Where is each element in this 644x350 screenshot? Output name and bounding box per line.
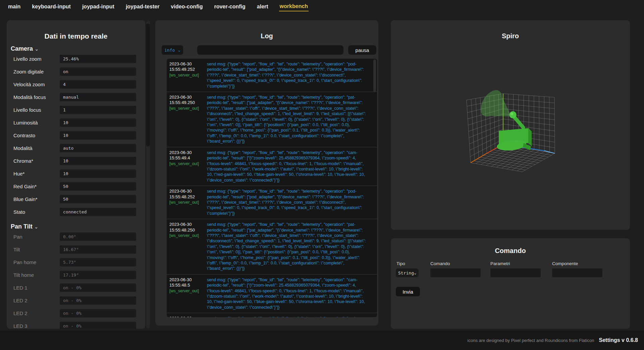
realtime-row-label: Blue Gain* [13,196,60,202]
log-time: 15:55:48.252 [169,194,203,200]
log-entry: 2023-06-30 15:55:49.250 [ws_server_out] … [167,92,377,147]
realtime-row-label: Livello focus [13,107,60,113]
realtime-row-label: LED 2 [13,310,60,316]
arm [514,116,523,128]
nav-item[interactable]: workbench [279,2,309,11]
realtime-row: Blue Gain* 50 [7,193,145,205]
realtime-row: Modalità focus manual [7,91,145,103]
realtime-row-label: Luminosità [13,120,60,126]
parametri-label: Parametri [490,261,510,266]
log-level-select[interactable]: info ⌄ [162,45,183,55]
realtime-row: Luminosità 10 [7,116,145,129]
log-message: send msg: {"type": "report", "flow_id": … [207,189,370,216]
log-timestamp: 2023-06-30 15:55:49.250 [ws_server_out] [169,95,203,144]
pantilt-section-header[interactable]: Pan Tilt⌄ [11,223,145,230]
realtime-data-panel: Dati in tempo reale Camera⌄ Livello zoom… [7,20,145,329]
log-timestamp: 2023-06-30 [169,316,203,317]
log-timestamp: 2023-06-30 15:55:49.252 [ws_server_out] [169,61,203,89]
realtime-row-value: on [60,67,136,76]
log-message: send msg: {"type": "report", "flow_id": … [207,95,370,144]
realtime-row-label: Red Gain* [13,184,60,189]
log-time: 15:55:48.5 [169,283,203,288]
chevron-down-icon: ⌄ [414,271,416,275]
scrollbar-thumb[interactable] [146,23,150,146]
log-panel: Log info ⌄ pausa 2023-06-30 15:55:49.252… [155,20,378,326]
log-entry: 2023-06-30 15:55:48.5 [ws_server_out] se… [167,274,377,313]
realtime-row-value: auto [60,144,136,152]
log-date: 2023-06-30 [169,150,203,155]
realtime-row: Livello focus 1 [7,103,145,116]
log-date: 2023-06-30 [169,189,203,194]
realtime-row-label: Contrasto [13,133,60,138]
realtime-row-value: 10 [60,169,136,178]
realtime-panel-scrollbar[interactable] [146,21,150,328]
footer-credit: icons are designed by Pixel perfect and … [468,338,594,343]
realtime-row-label: Hue* [13,171,60,177]
log-entry: 2023-06-30 15:55:49.4 [ws_server_out] se… [167,147,377,186]
realtime-row: Modalità auto [7,142,145,154]
spiro-panel: Spiro [391,20,630,230]
comando-label: Comando [430,261,450,266]
realtime-row: Hue* 10 [7,167,145,180]
log-message: send msg: {"type": "report", "flow_id": … [207,61,370,89]
log-scrollbar-thumb[interactable] [373,59,376,92]
log-timestamp: 2023-06-30 15:55:48.252 [ws_server_out] [169,189,203,216]
realtime-row-value: 16.67° [60,245,136,254]
log-list[interactable]: 2023-06-30 15:55:49.252 [ws_server_out] … [167,59,377,317]
realtime-row: Chroma* 10 [7,154,145,167]
realtime-row: Contrasto 10 [7,129,145,142]
chevron-down-icon: ⌄ [35,46,39,52]
log-timestamp: 2023-06-30 15:55:48.250 [ws_server_out] [169,222,203,271]
nav-item[interactable]: keyboard-input [31,2,71,11]
camera-section-title: Camera [11,45,33,52]
realtime-panel-title: Dati in tempo reale [7,20,145,40]
log-panel-title: Log [155,20,378,40]
chevron-down-icon: ⌄ [178,48,180,52]
chevron-down-icon: ⌄ [34,224,39,230]
spiro-panel-title: Spiro [391,20,630,40]
realtime-row: Pan 0.00° [7,230,145,243]
tipo-select-value: String [398,270,414,276]
arm-sphere [509,111,517,118]
log-search-input[interactable] [197,45,343,55]
nav-item[interactable]: joypad-input [82,2,115,11]
comando-input[interactable] [430,268,481,277]
spiro-3d-view[interactable] [391,50,630,230]
log-source: [ws_server_out] [169,106,203,111]
realtime-row-label: Zoom digitale [13,69,60,74]
nav-item[interactable]: joypad-tester [125,2,160,11]
realtime-row-value: 1 [60,106,136,114]
tipo-select[interactable]: String ⌄ [396,268,419,277]
realtime-row: Pan home 5.73° [7,256,145,268]
parametri-input[interactable] [490,268,541,277]
camera-section-header[interactable]: Camera⌄ [11,45,145,52]
log-source: [ws_server_out] [169,72,203,78]
realtime-row: Red Gain* 50 [7,180,145,193]
log-source: [ws_server_out] [169,200,203,205]
nav-item[interactable]: video-config [170,2,203,11]
realtime-row: LED 2 on - 0% [7,307,145,319]
log-time: 15:55:49.252 [169,67,203,72]
log-time: 15:55:48.250 [169,228,203,233]
realtime-row-value: on - 0% [60,322,136,329]
log-entry: 2023-06-30 15:55:48.250 [ws_server_out] … [167,219,377,274]
realtime-row-value: 5.73° [60,258,136,266]
log-date: 2023-06-30 [169,61,203,67]
componente-input[interactable] [552,268,602,277]
log-pause-button[interactable]: pausa [348,45,376,55]
pantilt-section-title: Pan Tilt [11,223,33,230]
realtime-row: Zoom digitale on [7,65,145,78]
log-timestamp: 2023-06-30 15:55:49.4 [ws_server_out] [169,150,203,183]
realtime-row: LED 2 on - 0% [7,294,145,307]
realtime-row-value: on - 0% [60,296,136,305]
realtime-row-label: Tilt [13,247,60,252]
nav-item[interactable]: alert [256,2,269,11]
top-nav: main keyboard-input joypad-input joypad-… [0,0,644,13]
nav-item[interactable]: rover-config [213,2,246,11]
log-date: 2023-06-30 [169,316,203,317]
realtime-row-value: 25.46% [60,55,136,63]
log-source: [ws_server_out] [169,161,203,166]
realtime-row-value: on - 0% [60,284,136,292]
invia-button[interactable]: Invia [396,287,420,296]
nav-item[interactable]: main [7,2,21,11]
